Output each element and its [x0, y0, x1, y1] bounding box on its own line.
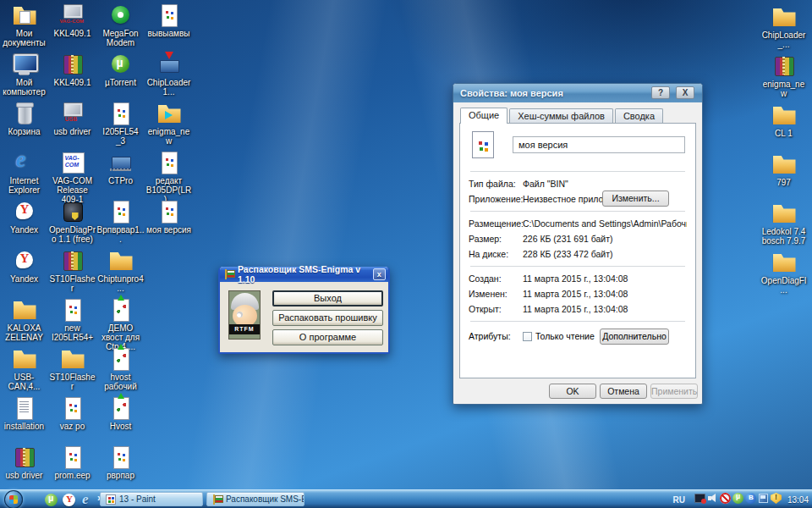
desktop-icon[interactable]: KKL409.1 [48, 3, 96, 38]
utorrent-quicklaunch-icon[interactable] [44, 493, 58, 507]
ok-button[interactable]: OK [549, 384, 596, 399]
desktop-icon[interactable]: 797 [760, 152, 808, 187]
close-button[interactable]: X [676, 86, 694, 99]
ie-quicklaunch-icon[interactable] [80, 493, 94, 507]
file-icon [155, 3, 184, 27]
taskbar-button[interactable]: Распаковщик SMS-Eni... [206, 492, 304, 506]
language-indicator[interactable]: RU [673, 495, 685, 505]
checkbox[interactable] [523, 332, 532, 341]
taskbar-button-label: 13 - Paint [119, 494, 156, 504]
desktop-icon[interactable]: Врпврвар1... [96, 200, 145, 244]
desktop-icon-label: new I205LR54+ [49, 323, 96, 342]
desktop-icon[interactable]: new I205LR54+ [48, 298, 96, 342]
desktop-icon-label: Yandex [1, 274, 48, 284]
filename-row [460, 124, 695, 167]
properties-tab[interactable]: Сводка [615, 108, 663, 123]
desktop-icon[interactable]: usb driver [48, 102, 96, 136]
taskbar-button[interactable]: 13 - Paint [100, 492, 203, 506]
desktop-icon[interactable]: enigma_new [760, 54, 808, 98]
yandex-quicklaunch-icon[interactable] [62, 493, 76, 507]
rar-icon [10, 445, 39, 469]
desktop-icon[interactable]: моя версия [145, 200, 193, 235]
desktop-icon-label: installation [1, 422, 48, 431]
desktop-icon[interactable]: OpenDiagPro 1.1 (free) [48, 200, 96, 244]
desktop-icon[interactable]: вывыамвы [145, 3, 193, 38]
change-app-button[interactable]: Изменить... [602, 190, 669, 207]
desktop-icon-label: prom.eep [49, 471, 96, 480]
desktop-icon[interactable]: VAG-COM Release 409-1 [48, 151, 96, 204]
info-row: Размер:226 КБ (231 691 байт) [460, 231, 695, 246]
enigma-close-button[interactable]: x [373, 268, 386, 280]
display-error-tray-icon[interactable] [694, 493, 705, 504]
desktop-icon[interactable]: ST10Flasher [48, 347, 96, 391]
megafon-icon [107, 3, 135, 27]
desktop-icon-label: MegaFon Modem [97, 29, 145, 47]
desktop-icon[interactable]: KALOXA ZELENAY [0, 298, 48, 342]
desktop[interactable]: Мои документыKKL409.1MegaFon Modemвывыам… [0, 0, 812, 508]
volume-tray-icon[interactable] [707, 493, 718, 504]
desktop-icon[interactable]: CL 1 [760, 103, 808, 138]
desktop-icon[interactable]: USB-CAN,4... [0, 347, 48, 391]
enigma-button[interactable]: Распаковать прошивку [272, 310, 383, 326]
updates-tray-icon[interactable] [771, 493, 782, 504]
enigma-button[interactable]: О программе [272, 329, 383, 345]
enigma-button[interactable]: Выход [272, 290, 383, 306]
desktop-icon[interactable]: ChipLoader_... [760, 5, 808, 49]
rar-icon [58, 52, 87, 76]
info-row: На диске:228 КБ (233 472 байт) [460, 246, 695, 262]
yandex-icon [10, 249, 39, 273]
bluetooth-tray-icon[interactable] [745, 493, 756, 504]
cancel-button[interactable]: Отмена [600, 384, 647, 399]
clock[interactable]: 13:04 [787, 495, 809, 505]
desktop-icon[interactable]: ChipLoader1... [145, 52, 193, 97]
vagcom-pc-icon [58, 3, 87, 27]
network-tray-icon[interactable] [758, 493, 769, 504]
desktop-icon[interactable]: Chiptunpro4... [96, 249, 145, 293]
enigma-buttons: ВыходРаспаковать прошивкуО программе [272, 290, 383, 349]
desktop-icon[interactable]: Корзина [0, 102, 48, 136]
desktop-icon[interactable]: µTorrent [96, 52, 145, 87]
file-type-icon [472, 131, 494, 158]
desktop-icon[interactable]: ST10Flasher [48, 249, 96, 293]
desktop-icon[interactable]: Yandex [0, 249, 48, 284]
info-row-label: Изменен: [469, 289, 523, 299]
desktop-icon[interactable]: Yandex [0, 200, 48, 235]
desktop-icon[interactable]: редакт B105DP(LR)... [145, 151, 193, 204]
desktop-icon[interactable]: Internet Explorer [0, 151, 48, 195]
utorrent-tray-icon[interactable] [732, 493, 743, 504]
desktop-icon[interactable]: CTPro [96, 151, 145, 185]
desktop-icon[interactable]: I205FL54 _3 [96, 102, 145, 146]
hvost-icon [107, 347, 135, 371]
file-icon [107, 200, 135, 224]
desktop-icon[interactable]: hvost рабочий [96, 347, 145, 391]
desktop-icon[interactable]: Мои документы [0, 3, 48, 47]
start-button[interactable] [4, 490, 23, 508]
desktop-icon[interactable]: usb driver [0, 445, 48, 480]
desktop-icon[interactable]: installation [0, 396, 48, 431]
properties-tab[interactable]: Хеш-суммы файлов [509, 108, 613, 123]
desktop-icon[interactable]: prom.eep [48, 445, 96, 480]
filename-input[interactable] [513, 136, 685, 153]
desktop-icon[interactable]: OpenDiagFl... [760, 251, 808, 295]
enigma-title-bar[interactable]: Распаковщик SMS-Enigma v 1.10 x [220, 267, 388, 282]
desktop-icon[interactable]: vaz po [48, 396, 96, 431]
properties-window: Свойства: моя версия ? X ОбщиеХеш-суммы … [453, 83, 703, 405]
advanced-attributes-button[interactable]: Дополнительно [600, 329, 669, 345]
help-button[interactable]: ? [651, 86, 670, 99]
desktop-icon[interactable]: MegaFon Modem [96, 3, 145, 47]
desktop-icon[interactable]: Мой компьютер [0, 52, 48, 97]
desktop-icon[interactable]: рврпар [96, 445, 145, 480]
file-icon [58, 298, 87, 322]
tray-icons [694, 492, 782, 507]
desktop-icon[interactable]: Hvost [96, 396, 145, 431]
properties-tab[interactable]: Общие [460, 108, 508, 124]
info-row: Открыт:11 марта 2015 г., 13:04:08 [460, 301, 695, 317]
install-icon [10, 396, 39, 420]
desktop-icon[interactable]: Ledokol 7.4 bosch 7.9.7 [760, 202, 808, 246]
desktop-icon[interactable]: enigma_new [145, 102, 193, 146]
yandex-icon [10, 200, 39, 224]
network-disabled-tray-icon[interactable] [720, 493, 731, 504]
desktop-icon-label: hvost рабочий [97, 373, 145, 391]
desktop-icon[interactable]: KKL409.1 [48, 52, 96, 87]
info-row: Тип файла:Файл "BIN" [460, 176, 695, 191]
